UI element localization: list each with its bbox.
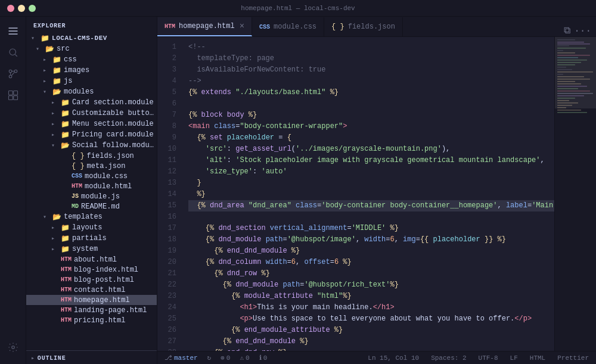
- chevron-right-icon: ▸: [31, 354, 35, 362]
- tab-homepage[interactable]: HTM homepage.html ×: [157, 17, 252, 36]
- line-number: 26: [157, 325, 176, 336]
- language-label: HTML: [530, 354, 545, 362]
- landing-page-label: landing-page.html: [74, 306, 147, 315]
- extensions-icon[interactable]: [4, 86, 23, 105]
- sidebar-item-css[interactable]: ▸ 📁 css: [26, 54, 157, 65]
- svg-rect-36: [557, 93, 593, 94]
- tab-module-css[interactable]: CSS module.css: [252, 17, 324, 36]
- svg-rect-33: [557, 86, 587, 87]
- svg-rect-8: [8, 91, 13, 95]
- module-js-label: module.js: [81, 192, 120, 201]
- code-area[interactable]: <!-- templateType: page isAvailableForNe…: [184, 37, 554, 351]
- encoding[interactable]: UTF-8: [476, 351, 501, 365]
- more-actions-icon[interactable]: ···: [574, 26, 591, 36]
- tab-module-css-label: module.css: [274, 23, 316, 31]
- close-button[interactable]: [7, 5, 14, 12]
- split-editor-icon[interactable]: ⧉: [564, 25, 570, 36]
- system-folder-icon: 📁: [61, 245, 70, 254]
- sidebar-item-templates[interactable]: ▾ 📂 templates: [26, 211, 157, 222]
- svg-rect-38: [557, 98, 575, 99]
- tab-homepage-label: homepage.html: [179, 22, 235, 30]
- close-tab-icon[interactable]: ×: [240, 22, 244, 30]
- line-number: 27: [157, 336, 176, 347]
- sidebar-item-homepage[interactable]: ▸ HTM homepage.html: [26, 295, 157, 305]
- indent-type[interactable]: Spaces: 2: [429, 351, 468, 365]
- root-label: LOCAL-CMS-DEV: [52, 35, 107, 42]
- svg-rect-20: [557, 55, 590, 56]
- sidebar-item-meta-json[interactable]: ▸ { } meta.json: [26, 161, 157, 171]
- sidebar-item-pricing[interactable]: ▸ HTM pricing.html: [26, 315, 157, 325]
- maximize-button[interactable]: [29, 5, 36, 12]
- sidebar-item-images[interactable]: ▸ 📁 images: [26, 65, 157, 76]
- line-number: 2: [157, 53, 176, 64]
- html-about-icon: HTM: [61, 256, 72, 263]
- sidebar-item-layouts[interactable]: ▸ 📁 layouts: [26, 222, 157, 233]
- svg-rect-21: [557, 57, 578, 58]
- sidebar-item-blog-post[interactable]: ▸ HTM blog-post.html: [26, 275, 157, 285]
- contact-label: contact.html: [74, 286, 125, 294]
- sidebar-item-landing-page[interactable]: ▸ HTM landing-page.html: [26, 305, 157, 315]
- meta-json-icon: { }: [72, 162, 85, 170]
- sidebar-item-js[interactable]: ▸ 📁 js: [26, 76, 157, 86]
- warnings-count[interactable]: ⚠ 0: [237, 351, 252, 365]
- sidebar-item-src[interactable]: ▾ 📂 src: [26, 43, 157, 54]
- layouts-label: layouts: [72, 223, 102, 232]
- line-number: 13: [157, 178, 176, 189]
- chevron-right-icon: ▸: [43, 77, 52, 85]
- sync-icon[interactable]: ↻: [205, 351, 214, 365]
- explorer-icon[interactable]: [4, 21, 23, 41]
- sidebar-item-social-follow[interactable]: ▾ 📂 Social follow.module: [26, 140, 157, 151]
- sidebar-item-module-html[interactable]: ▸ HTM module.html: [26, 181, 157, 191]
- settings-icon[interactable]: [4, 338, 23, 357]
- formatter-label: Prettier: [557, 354, 589, 362]
- sidebar-item-menu-section[interactable]: ▸ 📁 Menu section.module: [26, 119, 157, 129]
- svg-rect-32: [557, 83, 581, 85]
- source-control-icon[interactable]: [4, 64, 23, 83]
- sidebar-item-card-section[interactable]: ▸ 📁 Card section.module: [26, 97, 157, 108]
- sidebar-item-readme[interactable]: ▸ MD README.md: [26, 201, 157, 211]
- cursor-position[interactable]: Ln 15, Col 10: [365, 351, 421, 365]
- svg-rect-39: [557, 100, 569, 101]
- root-folder[interactable]: ▾ 📁 LOCAL-CMS-DEV: [26, 33, 157, 43]
- outline-section: ▸ OUTLINE: [26, 350, 157, 364]
- svg-point-4: [9, 75, 12, 78]
- sidebar-item-pricing-card[interactable]: ▸ 📁 Pricing card.module: [26, 129, 157, 140]
- line-ending[interactable]: LF: [508, 351, 520, 365]
- minimap[interactable]: [554, 37, 596, 351]
- sidebar-item-module-css[interactable]: ▸ CSS module.css: [26, 171, 157, 181]
- svg-rect-11: [13, 96, 17, 100]
- minimize-button[interactable]: [18, 5, 25, 12]
- formatter[interactable]: Prettier: [555, 351, 591, 365]
- traffic-lights[interactable]: [7, 5, 36, 12]
- outline-header[interactable]: ▸ OUTLINE: [26, 353, 157, 363]
- window-title: homepage.html — local-cms-dev: [241, 5, 355, 12]
- status-right: Ln 15, Col 10 Spaces: 2 UTF-8 LF HTML Pr…: [365, 351, 591, 365]
- sidebar-item-customizable[interactable]: ▸ 📁 Customizable butto...: [26, 108, 157, 119]
- code-line: {% set placeholder = {: [188, 132, 554, 144]
- sidebar-item-modules[interactable]: ▾ 📂 modules: [26, 86, 157, 97]
- errors-count[interactable]: ⊗ 0: [218, 351, 232, 365]
- chevron-right-icon: ▸: [51, 120, 61, 127]
- search-icon[interactable]: [4, 43, 23, 62]
- line-number: 18: [157, 234, 176, 245]
- sidebar-item-contact[interactable]: ▸ HTM contact.html: [26, 285, 157, 295]
- tab-fields-json[interactable]: { } fields.json: [324, 17, 403, 36]
- error-icon: ⊗: [221, 354, 225, 362]
- sidebar-item-module-js[interactable]: ▸ JS module.js: [26, 191, 157, 201]
- js-file-icon: JS: [72, 193, 79, 200]
- code-line: templateType: page: [188, 53, 554, 64]
- sidebar-item-blog-index[interactable]: ▸ HTM blog-index.html: [26, 265, 157, 275]
- card-folder-icon: 📁: [61, 98, 70, 107]
- code-line: [188, 98, 554, 110]
- git-branch[interactable]: ⎇ master: [162, 351, 200, 365]
- svg-rect-37: [557, 95, 584, 97]
- sidebar-item-system[interactable]: ▸ 📁 system: [26, 244, 157, 254]
- code-line: <main class="body-container-wrapper">: [188, 121, 554, 132]
- info-count[interactable]: ℹ 0: [257, 351, 270, 365]
- sidebar-item-fields-json[interactable]: ▸ { } fields.json: [26, 151, 157, 161]
- sidebar-item-about[interactable]: ▸ HTM about.html: [26, 254, 157, 265]
- sidebar-item-partials[interactable]: ▸ 📁 partials: [26, 233, 157, 244]
- language-mode[interactable]: HTML: [527, 351, 548, 365]
- svg-rect-16: [557, 45, 569, 46]
- outline-label: OUTLINE: [38, 355, 66, 362]
